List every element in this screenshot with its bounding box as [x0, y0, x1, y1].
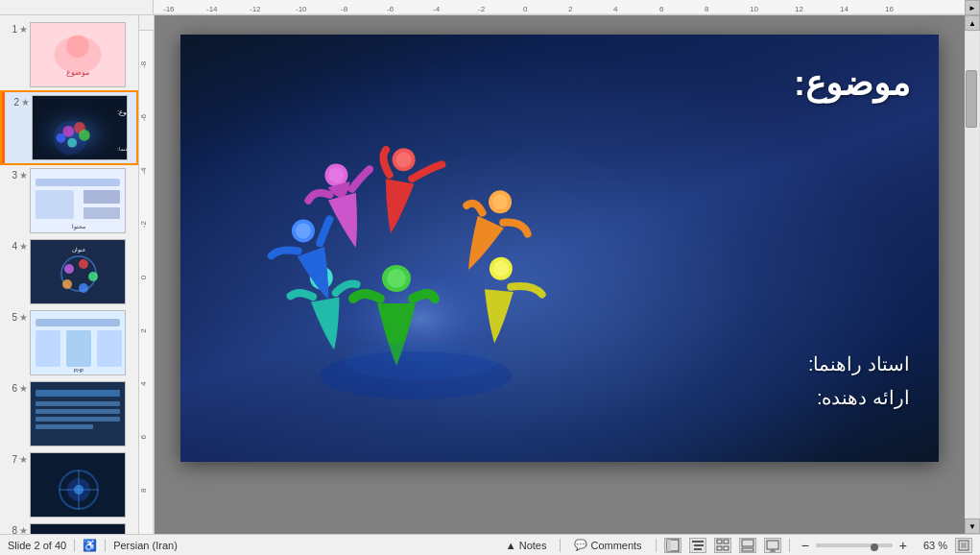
- svg-text:14: 14: [840, 5, 849, 13]
- svg-text:موضوع: موضوع: [66, 68, 89, 77]
- slide-number-1: 1: [4, 22, 17, 35]
- slide-star-2: ★: [21, 95, 30, 108]
- slide-item-1[interactable]: 1 ★ موضوع: [0, 19, 138, 90]
- scroll-track-v: [966, 32, 979, 518]
- notes-label: Notes: [519, 540, 547, 551]
- svg-rect-64: [31, 524, 126, 534]
- svg-rect-68: [139, 31, 155, 534]
- view-normal-button[interactable]: [664, 538, 681, 553]
- vertical-ruler: -8 -6 -4 -2 0 2 4 6 8: [139, 15, 155, 534]
- slide-item-3[interactable]: 3 ★ محتوا: [0, 165, 138, 236]
- svg-rect-105: [742, 540, 753, 546]
- slide-star-1: ★: [19, 22, 28, 35]
- zoom-plus-button[interactable]: +: [896, 539, 911, 552]
- comments-label: Comments: [590, 540, 641, 551]
- vertical-scrollbar: ▲ ▼: [965, 15, 980, 534]
- slide-item-6[interactable]: 6 ★: [0, 378, 138, 449]
- svg-point-27: [79, 130, 90, 141]
- svg-text:-6: -6: [387, 5, 394, 13]
- svg-rect-34: [36, 190, 74, 219]
- svg-text:-4: -4: [433, 5, 441, 13]
- svg-rect-100: [694, 548, 702, 550]
- svg-rect-97: [667, 540, 671, 551]
- slide-item-2[interactable]: 2 ★: [0, 90, 138, 165]
- svg-point-95: [344, 342, 497, 380]
- scroll-down-button[interactable]: ▼: [965, 519, 980, 534]
- zoom-minus-button[interactable]: −: [798, 539, 813, 552]
- svg-text:-8: -8: [139, 60, 148, 68]
- slide-thumbnail-4[interactable]: عنوان: [30, 239, 126, 304]
- zoom-slider[interactable]: [816, 543, 893, 547]
- svg-text:-6: -6: [139, 114, 148, 122]
- zoom-percent: 63 %: [914, 540, 947, 551]
- slide-item-7[interactable]: 7 ★: [0, 449, 138, 520]
- slide-thumbnail-3[interactable]: محتوا: [30, 168, 126, 233]
- svg-text:محتوا: محتوا: [72, 224, 85, 230]
- ruler-scroll-right[interactable]: ►: [965, 0, 980, 15]
- svg-point-28: [67, 138, 77, 148]
- svg-rect-104: [724, 546, 729, 550]
- svg-text:2: 2: [139, 328, 148, 333]
- svg-text:4: 4: [139, 381, 148, 386]
- slide-thumbnail-1[interactable]: موضوع: [30, 22, 126, 87]
- svg-text:-4: -4: [139, 167, 148, 175]
- slide-number-6: 6: [4, 381, 17, 394]
- scroll-up-button[interactable]: ▲: [965, 15, 980, 31]
- slide-item-4[interactable]: 4 ★ عنوان: [0, 236, 138, 307]
- view-notes-button[interactable]: [739, 538, 756, 553]
- language-info: Persian (Iran): [113, 540, 178, 551]
- zoom-controls: − + 63 %: [798, 539, 947, 552]
- slide-number-7: 7: [4, 452, 17, 465]
- svg-text:0: 0: [523, 5, 528, 13]
- svg-text:-2: -2: [478, 5, 486, 13]
- slide-canvas[interactable]: موضوع: استاد راهنما: ارائه دهنده:: [180, 35, 939, 462]
- svg-rect-101: [717, 540, 722, 543]
- svg-rect-36: [84, 207, 120, 219]
- svg-text:4: 4: [613, 5, 618, 13]
- svg-text:-14: -14: [206, 5, 218, 13]
- notes-up-icon: ▲: [506, 540, 516, 551]
- svg-point-20: [66, 35, 89, 58]
- svg-rect-50: [97, 330, 122, 367]
- svg-rect-47: [36, 319, 120, 326]
- slide-item-5[interactable]: 5 ★ PHP: [0, 307, 138, 378]
- svg-text:8: 8: [139, 488, 148, 493]
- slide-thumbnail-5[interactable]: PHP: [30, 310, 126, 375]
- slide-thumbnail-6[interactable]: [30, 381, 126, 446]
- svg-text:عنوان: عنوان: [72, 247, 86, 253]
- svg-rect-103: [717, 546, 722, 550]
- slide-thumbnail-7[interactable]: [30, 452, 126, 518]
- slide-thumbnail-2[interactable]: موضوع: استاد راهنما:: [32, 95, 128, 160]
- svg-text:12: 12: [795, 5, 803, 13]
- slide-star-7: ★: [19, 452, 28, 465]
- view-another-button[interactable]: [764, 538, 781, 553]
- svg-point-40: [64, 264, 74, 274]
- svg-rect-107: [767, 541, 778, 549]
- view-slide-sorter-button[interactable]: [714, 538, 731, 553]
- slide-info: Slide 2 of 40: [8, 540, 66, 551]
- svg-rect-49: [66, 330, 91, 367]
- slide-panel: 1 ★ موضوع 2 ★: [0, 15, 139, 534]
- slide-star-5: ★: [19, 310, 28, 323]
- svg-rect-106: [742, 548, 753, 551]
- svg-point-43: [79, 283, 88, 293]
- slide-item-8[interactable]: 8 ★: [0, 520, 138, 534]
- svg-text:-12: -12: [250, 5, 261, 13]
- notes-button[interactable]: ▲ Notes: [500, 537, 553, 554]
- svg-text:10: 10: [750, 5, 758, 13]
- svg-text:8: 8: [705, 5, 709, 13]
- view-outline-button[interactable]: [689, 538, 706, 553]
- slide-title: موضوع:: [794, 63, 910, 104]
- slide-star-3: ★: [19, 168, 28, 181]
- comments-button[interactable]: 💬 Comments: [568, 536, 647, 554]
- svg-rect-55: [36, 409, 120, 414]
- accessibility-icon: ♿: [83, 539, 97, 552]
- svg-text:6: 6: [139, 434, 148, 439]
- comment-icon: 💬: [574, 539, 587, 551]
- fit-page-button[interactable]: [955, 538, 972, 553]
- svg-point-29: [57, 133, 66, 143]
- svg-rect-99: [694, 544, 704, 546]
- scroll-thumb-v[interactable]: [966, 70, 977, 128]
- svg-rect-56: [36, 417, 120, 422]
- slide-thumbnail-8[interactable]: [30, 523, 126, 534]
